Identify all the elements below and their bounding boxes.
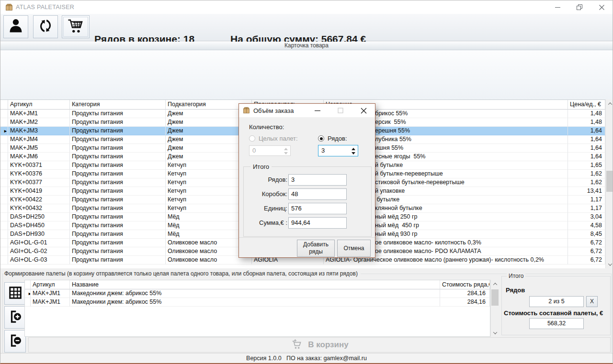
cell-articul[interactable]: KYK+00419 xyxy=(8,187,70,196)
cell-name[interactable]: Македоники джем: абрикос 55% xyxy=(70,298,440,307)
cell-price[interactable]: 6,72 xyxy=(568,247,605,256)
scroll-up-icon[interactable] xyxy=(491,280,499,288)
header-articul[interactable]: Артикул xyxy=(31,280,70,289)
cell-category[interactable]: Продукты питания xyxy=(70,230,166,239)
scroll-down-icon[interactable] xyxy=(606,260,613,268)
cell-articul[interactable]: MAK+JM5 xyxy=(8,144,70,153)
header-articul[interactable]: Артикул xyxy=(8,100,70,110)
header-price[interactable]: Цена/ед., € xyxy=(568,100,605,110)
cell-price[interactable]: 13,41 xyxy=(568,187,605,196)
cell-articul[interactable]: AGI+OL-G-02 xyxy=(8,247,70,256)
dialog-close-button[interactable] xyxy=(355,104,372,117)
to-cart-button[interactable]: В корзину xyxy=(28,337,611,353)
clear-pallet-button[interactable]: X xyxy=(586,296,598,307)
cell-articul[interactable]: KYK+00422 xyxy=(8,196,70,204)
units-result-value[interactable]: 576 xyxy=(288,203,347,214)
restore-button[interactable] xyxy=(568,0,590,14)
cell-price[interactable]: 8,45 xyxy=(568,230,605,239)
scroll-down-icon[interactable] xyxy=(491,329,499,337)
header-category[interactable]: Категория xyxy=(70,100,166,110)
cell-price[interactable]: 1,64 xyxy=(568,127,605,135)
scrollbar-thumb[interactable] xyxy=(606,171,613,192)
cell-articul[interactable]: MAK+JM6 xyxy=(8,153,70,161)
cell-price[interactable]: 4,58 xyxy=(568,221,605,230)
pallet-row[interactable]: ► MAK+JM1 Македоники джем: абрикос 55% 2… xyxy=(25,289,490,298)
cell-name[interactable]: Македоники джем: абрикос 55% xyxy=(70,289,440,298)
minimize-button[interactable] xyxy=(546,0,568,14)
cell-category[interactable]: Продукты питания xyxy=(70,247,166,256)
cell-price[interactable]: 1,62 xyxy=(568,170,605,178)
close-button[interactable] xyxy=(590,0,613,14)
add-row-to-pallet-button[interactable] xyxy=(4,306,26,329)
cell-price[interactable]: 1,48 xyxy=(568,118,605,127)
cell-articul[interactable]: MAK+JM4 xyxy=(8,135,70,144)
cell-articul[interactable]: MAK+JM3 xyxy=(8,127,70,135)
cell-price[interactable]: 1,64 xyxy=(568,135,605,144)
cell-price[interactable]: 1,64 xyxy=(568,144,605,153)
cell-articul[interactable]: KYK+00376 xyxy=(8,170,70,178)
cell-row-cost[interactable]: 284,16 xyxy=(440,298,490,307)
cell-category[interactable]: Продукты питания xyxy=(70,118,166,127)
header-name[interactable]: Название xyxy=(70,280,440,289)
dialog-minimize-button[interactable] xyxy=(309,104,326,117)
cell-price[interactable]: 1,17 xyxy=(568,196,605,204)
cell-category[interactable]: Продукты питания xyxy=(70,110,166,118)
cell-category[interactable]: Продукты питания xyxy=(70,239,166,247)
remove-row-from-pallet-button[interactable] xyxy=(4,330,26,353)
header-row-cost[interactable]: Стоимость ряда,€ xyxy=(440,280,490,289)
cell-articul[interactable]: DAS+DH450 xyxy=(8,221,70,230)
boxes-result-value[interactable]: 48 xyxy=(288,188,347,200)
cell-category[interactable]: Продукты питания xyxy=(70,127,166,135)
cell-articul[interactable]: DAS+DH930 xyxy=(8,230,70,239)
cell-category[interactable]: Продукты питания xyxy=(70,256,166,265)
cell-category[interactable]: Продукты питания xyxy=(70,170,166,178)
add-rows-button[interactable]: Добавить ряды xyxy=(297,240,335,257)
cell-articul[interactable]: MAK+JM1 xyxy=(31,289,70,298)
products-scrollbar[interactable] xyxy=(605,99,613,268)
cell-articul[interactable]: MAK+JM2 xyxy=(8,118,70,127)
cell-category[interactable]: Продукты питания xyxy=(70,161,166,170)
cell-price[interactable]: 1,48 xyxy=(568,110,605,118)
cell-category[interactable]: Продукты питания xyxy=(70,178,166,187)
cell-price[interactable]: 1,65 xyxy=(568,161,605,170)
pallet-scrollbar[interactable] xyxy=(490,280,499,337)
pallet-row[interactable]: MAK+JM1 Македоники джем: абрикос 55% 284… xyxy=(25,298,490,307)
cell-price[interactable]: 6,72 xyxy=(568,239,605,247)
cell-price[interactable]: 3,04 xyxy=(568,213,605,221)
cancel-button[interactable]: Отмена xyxy=(337,240,371,257)
cell-articul[interactable]: DAS+DH250 xyxy=(8,213,70,221)
cell-category[interactable]: Продукты питания xyxy=(70,221,166,230)
cell-category[interactable]: Продукты питания xyxy=(70,153,166,161)
cell-category[interactable]: Продукты питания xyxy=(70,135,166,144)
cell-category[interactable]: Продукты питания xyxy=(70,187,166,196)
cell-row-cost[interactable]: 284,16 xyxy=(440,289,490,298)
cell-category[interactable]: Продукты питания xyxy=(70,213,166,221)
user-button[interactable] xyxy=(3,15,28,38)
cell-category[interactable]: Продукты питания xyxy=(70,144,166,153)
rows-spinner[interactable]: 3 xyxy=(318,145,358,156)
rows-total-value[interactable]: 2 из 5 xyxy=(529,296,584,307)
cell-articul[interactable]: KYK+00377 xyxy=(8,178,70,187)
spinner-arrows-icon[interactable] xyxy=(352,148,355,154)
cell-price[interactable]: 1,62 xyxy=(568,178,605,187)
rows-result-value[interactable]: 3 xyxy=(288,174,347,186)
cell-category[interactable]: Продукты питания xyxy=(70,196,166,204)
scrollbar-thumb[interactable] xyxy=(491,289,499,306)
cell-articul[interactable]: MAK+JM1 xyxy=(8,110,70,118)
cell-category[interactable]: Продукты питания xyxy=(70,204,166,213)
cell-articul[interactable]: KYK+00371 xyxy=(8,161,70,170)
cell-price[interactable]: 1,64 xyxy=(568,153,605,161)
cell-articul[interactable]: KYK+00432 xyxy=(8,204,70,213)
cell-price[interactable]: 1,17 xyxy=(568,204,605,213)
cart-button[interactable] xyxy=(62,15,90,38)
rows-radio[interactable] xyxy=(318,135,324,142)
cell-articul[interactable]: MAK+JM1 xyxy=(31,298,70,307)
pallet-scheme-button[interactable] xyxy=(4,282,26,305)
cell-articul[interactable]: AGI+OL-G-03 xyxy=(8,256,70,265)
pallet-cost-value[interactable]: 568,32 xyxy=(529,318,584,329)
sum-result-value[interactable]: 944,64 xyxy=(288,217,347,229)
cell-articul[interactable]: AGI+OL-G-01 xyxy=(8,239,70,247)
cell-price[interactable]: 6,72 xyxy=(568,256,605,265)
scroll-up-icon[interactable] xyxy=(606,99,613,108)
sync-button[interactable] xyxy=(33,15,58,38)
